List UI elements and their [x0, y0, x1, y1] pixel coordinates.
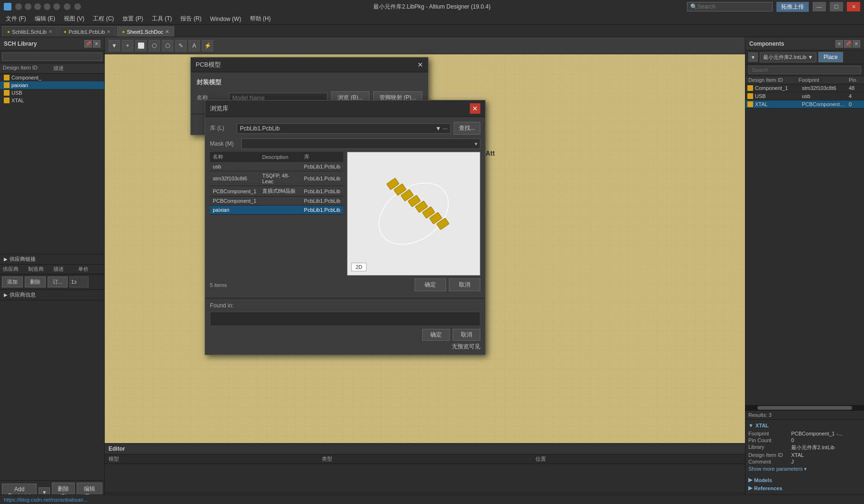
tab-pcblib[interactable]: ● PcbLib1.PcbLib ✕ — [59, 26, 116, 37]
right-search-area — [745, 64, 864, 76]
lib-dropdown[interactable]: 最小元件库2.IntLib ▼ — [760, 52, 816, 62]
right-search-input[interactable] — [748, 66, 861, 74]
menu-edit[interactable]: 编辑 (E) — [31, 14, 59, 24]
right-panel-pin-btn[interactable]: 📌 — [844, 40, 852, 48]
browse-ok-btn[interactable]: 确定 — [415, 278, 446, 291]
supplier-arrow-icon: ▶ — [4, 257, 8, 262]
row-lib: PcbLib1.PcbLib — [301, 186, 343, 197]
toolbar-rect-btn[interactable]: ⬜ — [135, 40, 147, 51]
close-btn[interactable]: ✕ — [847, 2, 860, 11]
list-item[interactable]: USB usb 4 — [745, 92, 864, 100]
place-btn[interactable]: Place — [818, 52, 843, 62]
found-cancel-btn[interactable]: 取消 — [453, 329, 480, 341]
menu-tools[interactable]: 工具 (T) — [148, 14, 176, 24]
pcb-section-title: 封装模型 — [197, 78, 422, 87]
editor-content — [105, 464, 745, 493]
left-search-input[interactable] — [2, 52, 102, 61]
menu-project[interactable]: 工程 (C) — [89, 14, 118, 24]
menu-file[interactable]: 文件 (F) — [2, 14, 30, 24]
toolbar-filter-btn[interactable]: ▼ — [109, 40, 120, 51]
supplier-delete-btn[interactable]: 删除 — [25, 277, 46, 287]
show-more-params[interactable]: Show more parameters ▾ — [748, 465, 861, 473]
list-item[interactable]: USB — [0, 89, 104, 97]
toolbar-shape-btn[interactable]: ⬡ — [149, 40, 160, 51]
supplier-info-header[interactable]: ▶ 供应商信息 — [0, 289, 104, 300]
left-panel-close-btn[interactable]: ✕ — [93, 40, 100, 48]
toolbar-text-btn[interactable]: A — [189, 40, 200, 51]
scrollbar[interactable] — [745, 405, 864, 411]
right-panel-close-btn[interactable]: ✕ — [853, 40, 860, 48]
comp-pin: 0 — [848, 101, 862, 107]
browse-search-btn[interactable]: 查找... — [454, 122, 480, 135]
references-section-header[interactable]: ▶ References — [748, 485, 861, 491]
browse-cancel-btn[interactable]: 取消 — [449, 278, 480, 291]
editor-col-model: 模型 — [105, 455, 318, 464]
tab-schdoc-close[interactable]: ✕ — [165, 29, 169, 34]
menu-help[interactable]: 帮助 (H) — [246, 14, 275, 24]
mask-input[interactable] — [241, 138, 480, 149]
toolbar-add-btn[interactable]: + — [122, 40, 133, 51]
pin-count-value: 0 — [791, 437, 794, 443]
tab-schlib-label: Schlib1.SchLib — [12, 29, 47, 35]
supplier-col-vendor: 供应商 — [2, 265, 27, 273]
table-row[interactable]: PCBComponent_1 直插式8M晶振 PcbLib1.PcbLib — [210, 186, 343, 197]
toolbar-poly-btn[interactable]: ⬡ — [162, 40, 173, 51]
lib-select-value: PcbLib1.PcbLib — [240, 125, 279, 132]
row-desc: TSQFP, 48-Leac — [259, 171, 301, 186]
minimize-btn[interactable]: — — [813, 2, 826, 11]
tab-schlib[interactable]: ● Schlib1.SchLib ✕ — [2, 26, 58, 37]
table-row[interactable]: usb PcbLib1.PcbLib — [210, 162, 343, 171]
toolbar-power-btn[interactable]: ⚡ — [202, 40, 213, 51]
list-item[interactable]: XTAL PCBComponent_1 -... 0 — [745, 100, 864, 109]
left-panel-pin-btn[interactable]: 📌 — [84, 40, 92, 48]
upload-btn[interactable]: 拓推上传 — [776, 2, 809, 12]
models-section-header[interactable]: ▶ Models — [748, 477, 861, 483]
list-item[interactable]: paixian — [0, 81, 104, 89]
row-name: paixian — [210, 206, 259, 215]
table-row[interactable]: PCBComponent_1 PcbLib1.PcbLib — [210, 197, 343, 206]
lib-dropdown-select[interactable]: PcbLib1.PcbLib ▼ ··· — [237, 123, 451, 134]
supplier-col-price: 单价 — [77, 265, 102, 273]
preview-2d-btn[interactable]: 2D — [351, 263, 367, 271]
list-item[interactable]: Component_ — [0, 74, 104, 81]
right-panel-menu-btn[interactable]: ≡ — [835, 40, 843, 48]
mask-row: Mask (M) ▼ — [210, 138, 480, 149]
row-name: stm32f103c8t6 — [210, 171, 259, 186]
comment-label: Comment — [748, 459, 791, 464]
right-col-headers: Design Item ID Footprint Pin — [745, 76, 864, 84]
order-qty-input[interactable] — [70, 277, 89, 287]
table-row[interactable]: paixian PcbLib1.PcbLib — [210, 206, 343, 215]
comp-name: USB — [11, 90, 22, 96]
menu-view[interactable]: 视图 (V) — [60, 14, 88, 24]
xtal-section-header[interactable]: ▼ XTAL — [748, 423, 861, 428]
table-row[interactable]: stm32f103c8t6 TSQFP, 48-Leac PcbLib1.Pcb… — [210, 171, 343, 186]
list-item[interactable]: XTAL — [0, 97, 104, 104]
menu-place[interactable]: 放置 (P) — [119, 14, 147, 24]
pcb-dialog-close-btn[interactable]: ✕ — [417, 61, 423, 69]
top-search-bar[interactable]: 🔍 — [687, 2, 773, 11]
component-icon — [747, 101, 753, 107]
supplier-add-btn[interactable]: 添加 — [2, 277, 23, 287]
toolbar-wire-btn[interactable]: ✎ — [175, 40, 187, 51]
tab-schlib-close[interactable]: ✕ — [49, 29, 52, 34]
chevron-down-icon: ▼ ··· — [436, 125, 447, 132]
design-item-id-value: XTAL — [791, 452, 804, 458]
tab-schdoc[interactable]: ● Sheet1.SchDoc ✕ — [117, 26, 174, 37]
list-item[interactable]: Component_1 stm32f103c8t6 48 — [745, 84, 864, 92]
maximize-btn[interactable]: ☐ — [830, 2, 843, 11]
supplier-order-btn[interactable]: 订... — [48, 277, 68, 287]
comp-name: paixian — [11, 82, 28, 88]
browse-close-btn[interactable]: ✕ — [470, 103, 480, 114]
col-description: 描述 — [52, 64, 103, 72]
att-label: Att — [486, 149, 495, 157]
supplier-section-header[interactable]: ▶ 供应商链接 — [0, 254, 104, 265]
menu-window[interactable]: Window (W) — [206, 15, 245, 23]
right-col-design-item-id: Design Item ID — [747, 77, 798, 83]
found-ok-btn[interactable]: 确定 — [422, 329, 450, 341]
row-desc — [259, 162, 301, 171]
right-filter-btn[interactable]: ▼ — [748, 52, 758, 62]
menu-report[interactable]: 报告 (R) — [177, 14, 205, 24]
top-search-input[interactable] — [697, 3, 759, 10]
row-desc — [259, 206, 301, 215]
tab-pcblib-close[interactable]: ✕ — [107, 29, 110, 34]
